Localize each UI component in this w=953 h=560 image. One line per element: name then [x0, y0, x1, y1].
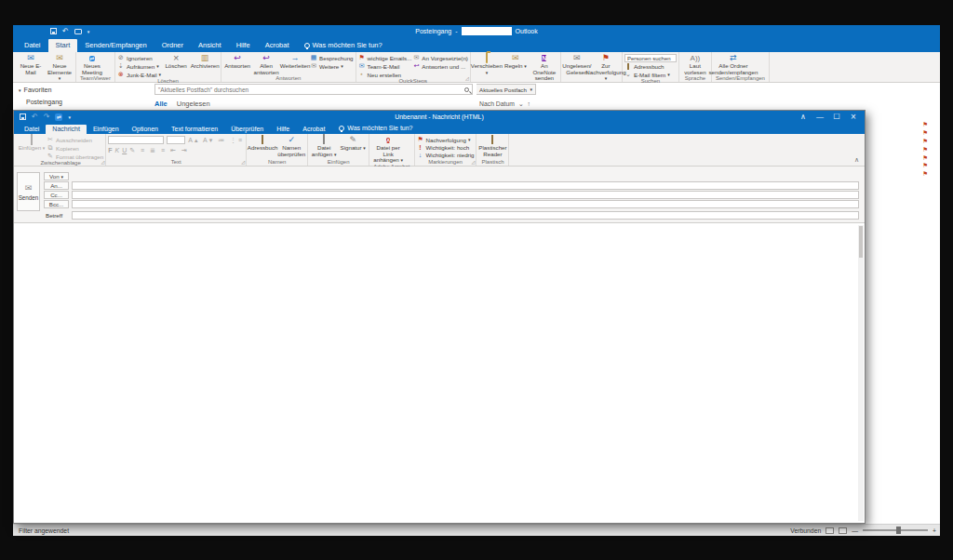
tab-datei[interactable]: Datei [17, 39, 48, 52]
reply-button[interactable]: ↩ Antworten [223, 53, 251, 70]
to-button[interactable]: An... [44, 181, 69, 190]
favorites-header[interactable]: ▾ Favoriten [13, 83, 153, 94]
flag-icon[interactable]: ⚑ [922, 122, 928, 128]
sort-dropdown[interactable]: Nach Datum ⌄ ↑ [479, 100, 530, 108]
quickstep-important[interactable]: ⚑wichtige Emails... [358, 54, 412, 61]
forward-button[interactable]: → Weiterleiten [281, 53, 309, 70]
send-button[interactable]: ✉ Senden [17, 172, 40, 211]
tab-acrobat[interactable]: Acrobat [258, 39, 297, 52]
attach-file-button[interactable]: Datei anfügen ▾ [310, 135, 338, 157]
dialog-launcher-icon[interactable]: ◿ [241, 159, 245, 165]
attach-via-link-button[interactable]: A Datei per Link anhängen ▾ [371, 135, 405, 164]
flag-icon[interactable]: ⚑ [922, 163, 928, 169]
tab-hilfe[interactable]: Hilfe [229, 39, 258, 52]
tab-einfuegen[interactable]: Einfügen [87, 125, 126, 134]
cc-button[interactable]: Cc... [44, 191, 69, 199]
font-family-dropdown[interactable] [108, 136, 164, 144]
body-scrollbar[interactable] [858, 225, 864, 521]
followup-button[interactable]: ⚑ Zur Nachverfolgung ▾ [592, 53, 620, 82]
search-input[interactable]: "Aktuelles Postfach" durchsuchen [154, 84, 473, 95]
zoom-in-button[interactable]: + [933, 527, 936, 534]
folder-item-inbox[interactable]: Posteingang [13, 94, 153, 105]
maximize-button[interactable]: ☐ [828, 113, 845, 121]
archive-button[interactable]: ▥ Archivieren [191, 53, 219, 70]
paste-button[interactable]: Einfügen ▾ [18, 135, 46, 152]
normal-view-icon[interactable] [825, 527, 834, 534]
bcc-button[interactable]: Bcc... [44, 200, 69, 208]
tab-ordner[interactable]: Ordner [154, 39, 191, 52]
ignore-button[interactable]: ⊘Ignorieren [117, 54, 161, 61]
tab-text-formatieren[interactable]: Text formatieren [165, 125, 224, 134]
flag-icon[interactable]: ⚑ [922, 130, 928, 137]
immersive-reader-button[interactable]: Plastischer Reader [478, 135, 506, 157]
importance-high-button[interactable]: !Wichtigkeit: hoch [417, 144, 475, 151]
reply-all-button[interactable]: ↩ Allen antworten [252, 53, 280, 75]
address-book-button[interactable]: Adressbuch [248, 135, 276, 152]
importance-low-button[interactable]: ↓Wichtigkeit: niedrig [417, 152, 475, 158]
from-button[interactable]: Von ▾ [44, 172, 69, 180]
dialog-launcher-icon[interactable]: ◿ [472, 159, 476, 165]
ribbon-display-options-icon[interactable]: ∧ [795, 113, 812, 121]
dialog-launcher-icon[interactable]: ◿ [465, 75, 469, 81]
zoom-slider-thumb[interactable] [896, 527, 901, 534]
move-button[interactable]: Verschieben ▾ [473, 53, 501, 75]
cc-field[interactable] [72, 191, 859, 199]
reading-view-icon[interactable] [839, 527, 847, 534]
check-names-button[interactable]: ✓ Namen überprüfen [277, 135, 305, 157]
junk-button[interactable]: ⊗Junk-E-Mail ▾ [117, 71, 161, 78]
highlight-color-align-indent-buttons[interactable]: ✎ ≡ ≣ ≡ ⇤ ⇥ [129, 147, 188, 154]
search-scope-dropdown[interactable]: Aktuelles Postfach ▾ [476, 84, 536, 95]
onenote-button[interactable]: N An OneNote senden [530, 53, 558, 82]
copy-button[interactable]: ⧉Kopieren [47, 144, 103, 152]
quickstep-team-email[interactable]: ✉Team-E-Mail [358, 62, 412, 70]
zoom-slider[interactable] [863, 529, 928, 531]
flag-icon[interactable]: ⚑ [922, 155, 928, 162]
tab-acrobat[interactable]: Acrobat [296, 125, 331, 134]
minimize-button[interactable]: — [812, 113, 828, 121]
read-aloud-button[interactable]: A)) Laut vorlesen [681, 53, 709, 75]
bcc-field[interactable] [72, 200, 859, 208]
close-button[interactable]: × [845, 112, 862, 122]
tab-start[interactable]: Start [48, 39, 78, 52]
quickstep-create-new[interactable]: ⋆Neu erstellen [358, 71, 412, 78]
tab-nachricht[interactable]: Nachricht [46, 125, 87, 134]
new-meeting-button[interactable]: ⇄ Neues Meeting [78, 53, 106, 75]
meeting-button[interactable]: ▦Besprechung [310, 54, 353, 61]
flag-icon[interactable]: ⚑ [922, 147, 928, 153]
collapse-ribbon-icon[interactable]: ∧ [854, 156, 859, 164]
bold-button[interactable]: F [108, 147, 112, 153]
tab-ansicht[interactable]: Ansicht [191, 39, 229, 52]
tab-datei[interactable]: Datei [18, 125, 46, 134]
quickstep-to-manager[interactable]: ✉An Vorgesetzte(n) [412, 54, 468, 61]
underline-button[interactable]: U [122, 147, 127, 153]
filter-unread[interactable]: Ungelesen [177, 100, 210, 108]
new-items-button[interactable]: ✉ Neue Elemente ▾ [46, 53, 74, 82]
quickstep-reply-delete[interactable]: ↩Antworten und ... [412, 62, 468, 70]
cut-button[interactable]: ✂Ausschneiden [47, 136, 103, 143]
tab-senden-empfangen[interactable]: Senden/Empfangen [77, 39, 154, 52]
font-size-dropdown[interactable] [167, 136, 185, 144]
more-respond-button[interactable]: ✉Weitere ▾ [310, 62, 353, 70]
delete-button[interactable]: × Löschen [162, 53, 190, 70]
format-painter-button[interactable]: ✎Format übertragen [47, 153, 103, 160]
filter-all[interactable]: Alle [154, 100, 168, 108]
flag-icon[interactable]: ⚑ [922, 171, 928, 178]
flag-icon[interactable]: ⚑ [922, 139, 928, 145]
scrollbar-thumb[interactable] [859, 226, 863, 258]
rules-button[interactable]: ✉ Regeln ▾ [502, 53, 530, 70]
tellme-box[interactable]: Was möchten Sie tun? [297, 39, 390, 52]
tellme-box[interactable]: Was möchten Sie tun? [331, 123, 420, 134]
new-email-button[interactable]: ✉ Neue E-Mail [17, 53, 45, 75]
filter-email-button[interactable]: ⌄E-Mail filtern ▾ [624, 71, 677, 78]
message-body-editor[interactable] [14, 222, 865, 523]
cleanup-button[interactable]: ⇣Aufräumen ▾ [117, 62, 161, 70]
send-receive-all-button[interactable]: ⇄ Alle Ordner senden/empfangen [714, 53, 753, 75]
signature-button[interactable]: ✎ Signatur ▾ [339, 135, 367, 152]
tab-ueberpruefen[interactable]: Überprüfen [224, 125, 270, 134]
address-book-button[interactable]: Adressbuch [624, 63, 677, 70]
to-field[interactable] [72, 181, 859, 190]
zoom-out-button[interactable]: — [852, 527, 858, 534]
italic-button[interactable]: K [115, 147, 120, 153]
tab-optionen[interactable]: Optionen [126, 125, 165, 134]
font-grow-shrink-and-list-buttons[interactable]: A▴ A▾ ≔ ⋮≡ [188, 137, 244, 144]
